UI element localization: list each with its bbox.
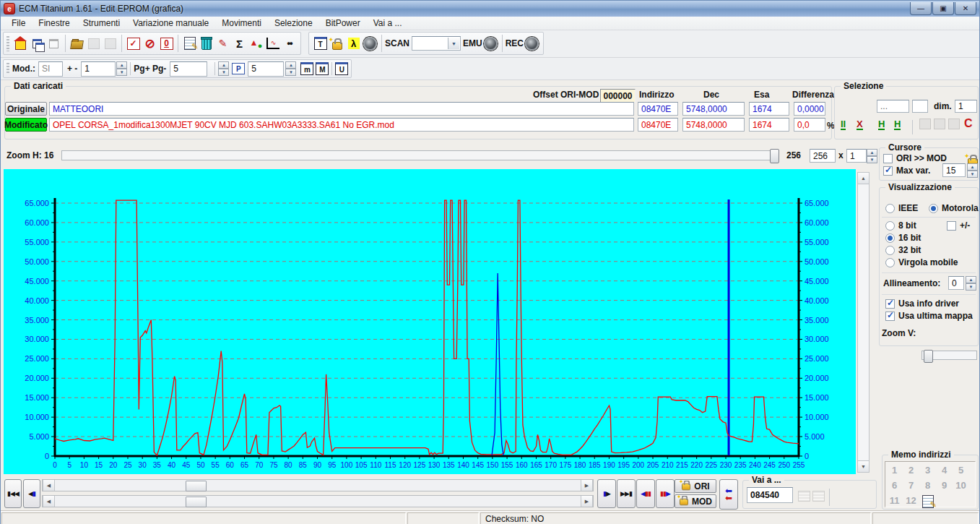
bit8-radio[interactable]	[885, 221, 895, 231]
menu-item-vai-a[interactable]: Vai a ...	[367, 17, 409, 29]
menu-item-selezione[interactable]: Selezione	[268, 17, 319, 29]
bit32-radio-row[interactable]: 32 bit	[885, 245, 921, 255]
dim-value-field[interactable]: 1	[955, 100, 977, 113]
multiplier-field[interactable]: 1	[846, 149, 867, 163]
scroll-left-icon[interactable]: ◀	[43, 480, 55, 491]
min-button[interactable]: m	[300, 62, 313, 75]
scroll-down-icon[interactable]: ▼	[858, 460, 869, 472]
selection-h1-icon[interactable]: H	[878, 119, 885, 130]
cascade-windows-button[interactable]	[29, 35, 45, 52]
toolbar-grip[interactable]	[6, 63, 9, 75]
memo-edit-icon[interactable]	[922, 495, 934, 508]
block-changes-button[interactable]: ⊘	[142, 35, 158, 52]
autorun-button[interactable]: λ	[345, 35, 362, 52]
ieee-radio[interactable]	[885, 204, 895, 213]
ori-lock-button[interactable]: ORI	[675, 479, 716, 493]
hscroll-thumb[interactable]	[186, 481, 207, 491]
graph-view-button[interactable]: ∿	[264, 35, 281, 52]
usa-info-driver-checkbox[interactable]	[885, 299, 895, 309]
go-first-button[interactable]: ▮◀◀	[4, 479, 22, 508]
originale-file-field[interactable]: MATTEOORI	[49, 102, 634, 116]
page-count-field[interactable]: 5	[248, 61, 284, 77]
page-count-spinner[interactable]: ▲▼	[285, 61, 296, 76]
title-bar[interactable]: e ECM Titanium 1.61 - Edit EPROM (grafic…	[1, 1, 979, 17]
next-diff-button[interactable]: ▮▮▶	[656, 479, 675, 508]
menu-item-file[interactable]: File	[5, 17, 32, 29]
menu-item-movimenti[interactable]: Movimenti	[215, 17, 268, 29]
selection-end-field[interactable]	[912, 100, 928, 113]
bit16-radio-row[interactable]: 16 bit	[885, 233, 921, 243]
close-button[interactable]: ✕	[955, 2, 976, 15]
sum-button[interactable]: Σ	[231, 35, 248, 52]
max-var-field[interactable]: 15	[942, 163, 966, 177]
hscrollbar-mod[interactable]: ◀ ▶	[42, 495, 594, 507]
go-last-button[interactable]: ▶▶▮	[617, 479, 636, 508]
max-button[interactable]: M	[316, 62, 329, 75]
ieee-radio-row[interactable]: IEEE	[885, 203, 918, 213]
vai-a-address-field[interactable]: 084540	[747, 487, 793, 503]
selection-bars-icon[interactable]: II	[841, 119, 846, 130]
selection-x-icon[interactable]: X	[857, 119, 863, 130]
apply-check-button[interactable]: ✓	[125, 35, 142, 52]
scroll-right-icon[interactable]: ▶	[581, 496, 593, 507]
percent-mode-button[interactable]: P	[232, 63, 245, 74]
status-knob-button[interactable]	[362, 35, 378, 52]
bit16-radio[interactable]	[885, 233, 895, 243]
ori-mod-checkbox-row[interactable]: ORI >> MOD	[883, 153, 947, 163]
restore-button[interactable]: ▣	[932, 2, 954, 15]
zoom-v-slider[interactable]	[922, 351, 977, 360]
prev-diff-button[interactable]: ◀▮▮	[636, 479, 655, 508]
modificato-file-field[interactable]: OPEL CORSA_1modifica1300MJET 90CV MJD 60…	[49, 118, 634, 132]
zoom-v-slider-thumb[interactable]	[924, 350, 933, 363]
step-back-button[interactable]: ◀▮	[23, 479, 40, 508]
step-spinner[interactable]: ▲▼	[116, 61, 127, 76]
zoom-h-slider[interactable]	[61, 150, 779, 160]
hscrollbar-ori[interactable]: ◀ ▶	[42, 479, 594, 491]
minimize-button[interactable]: —	[910, 2, 932, 15]
mod-value-field[interactable]: SI	[38, 61, 63, 77]
edit-note-button[interactable]	[181, 35, 198, 52]
rec-knob-button[interactable]	[524, 35, 540, 52]
motorola-radio[interactable]	[929, 204, 938, 213]
modificato-button[interactable]: Modificato	[5, 118, 47, 132]
mod-lock-button[interactable]: MOD	[675, 494, 716, 508]
allineamento-field[interactable]: 0	[948, 276, 964, 290]
scroll-left-icon[interactable]: ◀	[43, 496, 55, 507]
graph-vscrollbar[interactable]: ▲ ▼	[857, 172, 870, 473]
scan-dropdown[interactable]: ▼	[412, 36, 461, 51]
bit8-radio-row[interactable]: 8 bit	[885, 220, 916, 231]
sync-cursors-button[interactable]: ⬅ ⬅	[719, 479, 738, 510]
menu-item-strumenti[interactable]: Strumenti	[77, 17, 126, 29]
unlock-button[interactable]	[329, 35, 345, 52]
pg-value-field[interactable]: 5	[170, 61, 207, 77]
max-var-checkbox[interactable]	[883, 166, 893, 176]
page-spinner[interactable]: ▲▼	[218, 61, 229, 76]
trash-button[interactable]	[198, 35, 214, 52]
max-var-spinner[interactable]: ▲▼	[967, 163, 978, 177]
toolbar-grip[interactable]	[6, 36, 9, 51]
reset-zero-button[interactable]: 0	[158, 35, 175, 52]
originale-button[interactable]: Originale	[5, 102, 47, 116]
virgola-radio[interactable]	[885, 258, 895, 267]
step-value-field[interactable]: 1	[81, 61, 116, 77]
usa-ultima-mappa-checkbox[interactable]	[885, 312, 895, 321]
virgola-radio-row[interactable]: Virgola mobile	[885, 257, 958, 267]
edit-brush-button[interactable]: ✎	[214, 35, 231, 52]
chevron-down-icon[interactable]: ▼	[448, 38, 459, 49]
menu-item-bitpower[interactable]: BitPower	[319, 17, 367, 29]
home-button[interactable]	[12, 35, 29, 52]
menu-item-finestre[interactable]: Finestre	[32, 17, 76, 29]
motorola-radio-row[interactable]: Motorola	[929, 203, 979, 213]
scroll-right-icon[interactable]: ▶	[581, 480, 593, 491]
plusminus-row[interactable]: +/-	[947, 220, 970, 231]
hscroll-thumb[interactable]	[186, 497, 207, 507]
bit32-radio[interactable]	[885, 246, 895, 255]
menu-item-variazione-manuale[interactable]: Variazione manuale	[126, 17, 215, 29]
ori-mod-checkbox[interactable]	[883, 154, 893, 163]
find-button[interactable]: ●●	[281, 35, 298, 52]
open-file-button[interactable]	[69, 35, 85, 52]
step-forward-button[interactable]: ▮▶	[597, 479, 616, 508]
selection-h2-icon[interactable]: H	[894, 119, 901, 130]
emu-knob-button[interactable]	[482, 35, 499, 52]
zoom-h-slider-thumb[interactable]	[770, 149, 779, 163]
